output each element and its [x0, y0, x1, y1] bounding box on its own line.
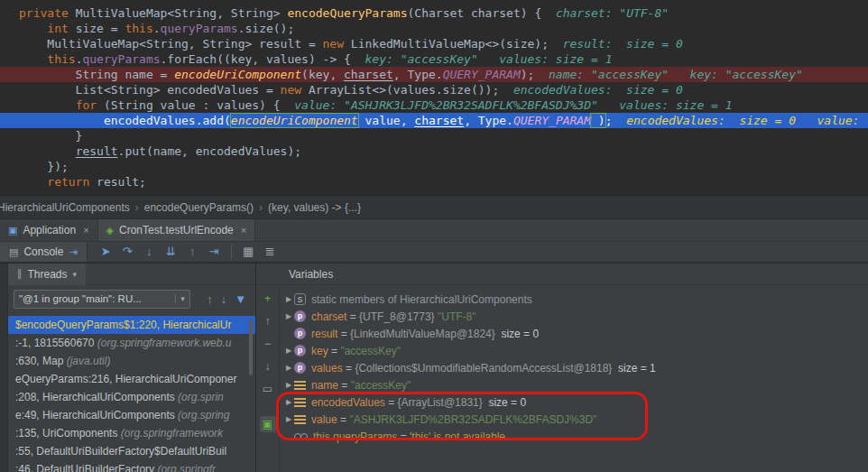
code-line[interactable]: MultiValueMap<String, String> result = n…	[0, 36, 868, 51]
move-frame-down-icon[interactable]: ↓	[221, 292, 227, 306]
remove-watch-icon[interactable]: −	[260, 336, 276, 352]
frames-scrollbar[interactable]	[249, 319, 253, 375]
step-out-icon[interactable]: ↑	[183, 243, 202, 261]
variable-name: name	[311, 379, 338, 392]
run-tab-application[interactable]: ▣Application×	[0, 219, 98, 241]
frame-row[interactable]: :-1, 1815560670 (org.springframework.web…	[8, 334, 255, 352]
console-icon: ▤	[9, 246, 18, 258]
thread-selector-value: "@1 in group "main": RU...	[14, 293, 175, 304]
add-watch-icon[interactable]: +	[260, 291, 276, 307]
breadcrumb: HierarchicalUriComponents›encodeQueryPar…	[0, 195, 868, 218]
code-line[interactable]: encodedValues.add(encodeUriComponent val…	[0, 113, 868, 128]
expand-arrow-icon[interactable]: ▶	[283, 398, 294, 406]
scroll-to-end-icon[interactable]: ⇥	[69, 246, 77, 258]
move-watch-down-icon[interactable]: ↓	[260, 358, 276, 375]
move-frame-up-icon[interactable]: ↑	[207, 292, 213, 306]
test-run-icon: ◈	[106, 225, 114, 236]
local-icon	[294, 415, 306, 425]
variable-string-value: "accessKey"	[340, 345, 401, 357]
code-line[interactable]: private MultiValueMap<String, String> en…	[0, 5, 868, 21]
frame-row[interactable]: :208, HierarchicalUriComponents (org.spr…	[8, 388, 255, 406]
variable-string-value: "ASHJRK3LJFD%2BR32SADFLK%2BFASDJ%3D"	[349, 413, 596, 426]
code-line[interactable]: String name = encodeUriComponent(key, ch…	[0, 67, 868, 82]
threads-tab-label: Threads	[28, 268, 68, 281]
tab-console[interactable]: ▤ Console ⇥	[0, 242, 88, 262]
param-icon: p	[294, 362, 306, 374]
code-line[interactable]: }	[0, 128, 868, 143]
code-line[interactable]: int size = this.queryParams.size();	[0, 21, 868, 36]
run-to-cursor-icon[interactable]: ⇥	[205, 243, 224, 261]
variable-row[interactable]: ▶pkey = "accessKey"	[280, 342, 868, 359]
layout-settings-icon[interactable]: ≣	[261, 243, 280, 261]
frames-toolbar: ↑↓▼	[207, 292, 250, 306]
frame-row[interactable]: eQueryParams:216, HierarchicalUriCompone…	[8, 370, 255, 388]
breadcrumb-item[interactable]: HierarchicalUriComponents	[0, 201, 134, 214]
step-over-icon[interactable]: ↷	[118, 243, 137, 261]
param-icon: p	[294, 345, 306, 356]
code-line[interactable]: result.put(name, encodedValues);	[0, 143, 868, 159]
application-icon: ▣	[8, 225, 17, 236]
force-step-into-icon[interactable]: ⇊	[162, 243, 180, 261]
variable-string-value: "accessKey"	[351, 379, 411, 392]
breadcrumb-item[interactable]: encodeQueryParams()	[140, 201, 258, 214]
variable-row[interactable]: ▶encodedValues = {ArrayList@1831} size =…	[280, 393, 868, 411]
variable-row[interactable]: ▶pcharset = {UTF_8@1773} "UTF-8"	[280, 308, 868, 325]
variable-object-ref: {Collections$UnmodifiableRandomAccessLis…	[355, 362, 612, 375]
close-icon[interactable]: ×	[241, 225, 246, 236]
frame-row[interactable]: :46, DefaultUriBuilderFactory (org.sprin…	[8, 460, 255, 472]
variable-string-value: "UTF-8"	[435, 310, 476, 323]
chevron-down-icon[interactable]: ▾	[175, 294, 189, 303]
code-line[interactable]: });	[0, 159, 868, 174]
memory-view-icon[interactable]: ▣	[260, 416, 276, 432]
threads-icon: ∥	[17, 268, 23, 280]
variable-size-info: size = 0	[483, 396, 526, 409]
frame-row[interactable]: $encodeQueryParams$1:220, HierarchicalUr	[8, 316, 255, 334]
filter-frames-icon[interactable]: ▼	[235, 292, 246, 306]
code-editor[interactable]: private MultiValueMap<String, String> en…	[0, 0, 868, 195]
expand-arrow-icon[interactable]: ▶	[283, 312, 294, 320]
watch-icon	[294, 432, 308, 440]
close-icon[interactable]: ×	[83, 225, 88, 236]
evaluate-expression-icon[interactable]: ▦	[239, 243, 258, 261]
step-into-icon[interactable]: ↓	[140, 243, 159, 261]
show-execution-point-icon[interactable]: ➤	[97, 243, 115, 261]
code-line[interactable]: return result;	[0, 174, 868, 190]
frame-row[interactable]: :55, DefaultUriBuilderFactory$DefaultUri…	[8, 442, 255, 460]
variable-row[interactable]: ▶pvalues = {Collections$UnmodifiableRand…	[280, 359, 868, 376]
frame-row[interactable]: :135, UriComponents (org.springframework	[8, 424, 255, 442]
console-tab-label: Console	[23, 245, 63, 258]
frames-panel-header: ∥ Threads ▾	[8, 264, 255, 285]
code-line[interactable]: this.queryParams.forEach((key, values) -…	[0, 51, 868, 67]
run-tab-crontest-testurlencode[interactable]: ◈CronTest.testUrlEncode×	[98, 219, 256, 241]
code-line[interactable]: List<String> encodedValues = new ArrayLi…	[0, 82, 868, 97]
expand-arrow-icon[interactable]: ▶	[283, 415, 294, 423]
variable-name: result	[311, 328, 337, 340]
variable-row[interactable]: ▶value = "ASHJRK3LJFD%2BR32SADFLK%2BFASD…	[280, 411, 868, 428]
expand-arrow-icon[interactable]: ▶	[283, 364, 294, 372]
variables-panel-header: Variables	[256, 264, 868, 285]
variable-object-ref: {LinkedMultiValueMap@1824}	[350, 328, 495, 340]
variable-name: encodedValues	[311, 396, 385, 409]
code-line[interactable]: for (String value : values) { value: "AS…	[0, 97, 868, 113]
toolbar-separator	[231, 245, 232, 259]
variable-object-ref: {ArrayList@1831}	[398, 396, 483, 409]
param-icon: p	[294, 328, 306, 339]
variable-name: key	[311, 345, 328, 357]
move-watch-up-icon[interactable]: ↑	[260, 313, 276, 329]
variable-row[interactable]: ▶Sstatic members of HierarchicalUriCompo…	[280, 291, 868, 308]
frame-row[interactable]: e:49, HierarchicalUriComponents (org.spr…	[8, 406, 255, 424]
variable-row[interactable]: this.queryParams = 'this' is not availab…	[280, 428, 868, 445]
variable-error-message: 'this' is not available	[410, 430, 505, 443]
thread-selector[interactable]: "@1 in group "main": RU... ▾	[14, 290, 190, 309]
variable-row[interactable]: ▶name = "accessKey"	[280, 376, 868, 393]
breadcrumb-item[interactable]: (key, values) -> {...}	[263, 201, 365, 214]
duplicate-node-icon[interactable]: ▭	[260, 381, 276, 397]
variable-row[interactable]: presult = {LinkedMultiValueMap@1824} siz…	[280, 325, 868, 342]
thread-selector-row: "@1 in group "main": RU... ▾ ↑↓▼	[8, 285, 255, 312]
frames-list: $encodeQueryParams$1:220, HierarchicalUr…	[8, 312, 255, 472]
frame-row[interactable]: :630, Map (java.util)	[8, 352, 255, 370]
tab-threads[interactable]: ∥ Threads ▾	[8, 264, 86, 285]
expand-arrow-icon[interactable]: ▶	[283, 347, 294, 355]
expand-arrow-icon[interactable]: ▶	[283, 295, 294, 303]
expand-arrow-icon[interactable]: ▶	[283, 381, 294, 389]
